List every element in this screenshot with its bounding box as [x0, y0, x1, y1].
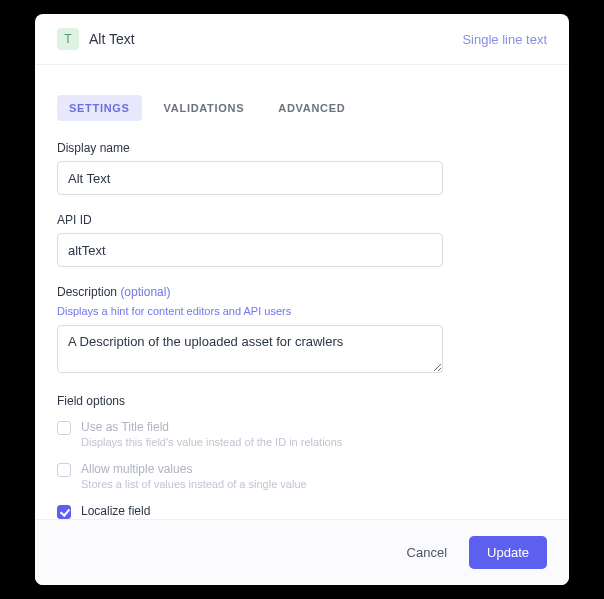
modal-header: T Alt Text Single line text	[35, 14, 569, 65]
allow-multiple-desc: Stores a list of values instead of a sin…	[81, 478, 307, 490]
display-name-group: Display name	[57, 141, 547, 195]
field-options-heading: Field options	[57, 394, 547, 408]
allow-multiple-checkbox[interactable]	[57, 463, 71, 477]
localize-title: Localize field	[81, 504, 239, 518]
localize-checkbox[interactable]	[57, 505, 71, 519]
display-name-input[interactable]	[57, 161, 443, 195]
type-badge-icon: T	[57, 28, 79, 50]
tab-advanced[interactable]: ADVANCED	[266, 95, 357, 121]
field-editor-modal: T Alt Text Single line text SETTINGS VAL…	[35, 14, 569, 585]
tab-settings[interactable]: SETTINGS	[57, 95, 142, 121]
option-localize: Localize field Enables translations for …	[57, 504, 547, 519]
api-id-label: API ID	[57, 213, 547, 227]
update-button[interactable]: Update	[469, 536, 547, 569]
description-optional: (optional)	[120, 285, 170, 299]
use-as-title-title: Use as Title field	[81, 420, 342, 434]
allow-multiple-title: Allow multiple values	[81, 462, 307, 476]
api-id-group: API ID	[57, 213, 547, 267]
description-hint: Displays a hint for content editors and …	[57, 305, 547, 317]
description-label-text: Description	[57, 285, 117, 299]
use-as-title-checkbox[interactable]	[57, 421, 71, 435]
tabs: SETTINGS VALIDATIONS ADVANCED	[35, 65, 569, 141]
option-allow-multiple: Allow multiple values Stores a list of v…	[57, 462, 547, 490]
header-left: T Alt Text	[57, 28, 135, 50]
api-id-input[interactable]	[57, 233, 443, 267]
display-name-label: Display name	[57, 141, 547, 155]
description-label: Description (optional)	[57, 285, 547, 299]
description-textarea[interactable]	[57, 325, 443, 373]
use-as-title-desc: Displays this field's value instead of t…	[81, 436, 342, 448]
tab-validations[interactable]: VALIDATIONS	[152, 95, 257, 121]
field-type-label: Single line text	[462, 32, 547, 47]
modal-footer: Cancel Update	[35, 519, 569, 585]
description-group: Description (optional) Displays a hint f…	[57, 285, 547, 376]
option-use-as-title: Use as Title field Displays this field's…	[57, 420, 547, 448]
header-title: Alt Text	[89, 31, 135, 47]
modal-body: Display name API ID Description (optiona…	[35, 141, 569, 519]
cancel-button[interactable]: Cancel	[401, 537, 453, 568]
